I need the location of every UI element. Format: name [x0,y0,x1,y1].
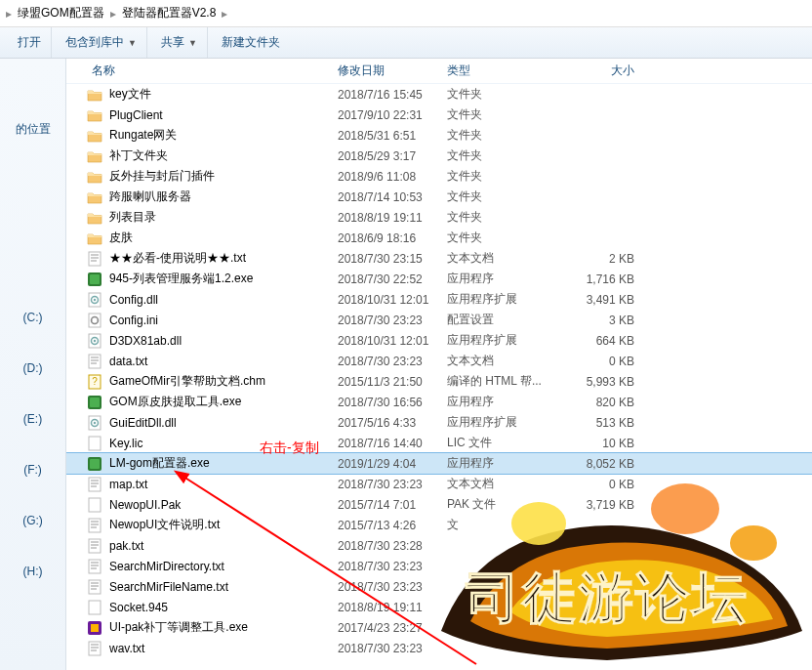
svg-point-24 [94,421,96,423]
file-size: 513 KB [560,416,648,430]
file-date: 2018/7/30 23:15 [338,252,447,266]
file-row[interactable]: LM-gom配置器.exe2019/1/29 4:04应用程序8,052 KB [66,453,812,474]
file-name: Rungate网关 [109,127,338,144]
file-name: key文件 [109,86,338,103]
file-icon [86,354,103,369]
breadcrumb-item[interactable]: 绿盟GOM配置器 [14,5,108,21]
column-name-header[interactable]: 名称 [86,63,338,79]
file-row[interactable]: NewopUI文件说明.txt2015/7/13 4:26文 [66,515,812,535]
file-row[interactable]: GOM原皮肤提取工具.exe2018/7/30 16:56应用程序820 KB [66,392,812,412]
file-row[interactable]: 皮肤2018/6/9 18:16文件夹 [66,228,812,248]
file-name: LM-gom配置器.exe [109,455,338,472]
file-type: LIC 文件 [447,435,560,451]
file-size: 5,993 KB [560,375,648,389]
file-size: 2 KB [560,252,648,266]
chevron-down-icon: ▼ [188,38,197,48]
column-size-header[interactable]: 大小 [560,63,648,79]
file-date: 2018/7/30 23:23 [338,355,447,368]
file-date: 2018/7/16 14:40 [338,437,447,450]
drive-f[interactable]: (F:) [4,459,62,481]
main-area: 的位置 (C:) (D:) (E:) (F:) (G:) (H:) 名称 修改日… [0,59,812,670]
file-size: 10 KB [560,437,648,450]
file-row[interactable]: D3DX81ab.dll2018/10/31 12:01应用程序扩展664 KB [66,330,812,351]
file-row[interactable]: Key.lic2018/7/16 14:40LIC 文件10 KB [66,433,812,453]
file-size: 3,719 KB [560,498,648,512]
file-icon [86,538,103,554]
file-row[interactable]: wav.txt2018/7/30 23:23 [66,638,812,658]
file-size: 664 KB [560,334,648,348]
folder-icon [86,87,103,103]
file-icon [86,600,103,615]
file-size: 0 KB [560,478,648,491]
file-row[interactable]: 跨服喇叭服务器2018/7/14 10:53文件夹 [66,187,812,207]
file-row[interactable]: GuiEditDll.dll2017/5/16 4:33应用程序扩展513 KB [66,412,812,433]
file-row[interactable]: pak.txt2018/7/30 23:28 [66,535,812,556]
file-type: 文件夹 [447,188,560,205]
file-name: SearchMirFileName.txt [109,580,338,594]
file-date: 2015/7/14 7:01 [338,498,447,512]
file-date: 2017/5/16 4:33 [338,416,447,430]
file-size: 8,052 KB [560,457,648,471]
file-date: 2018/7/30 22:52 [338,272,447,286]
file-icon: ? [86,374,103,390]
file-type: 应用程序扩展 [447,332,560,349]
drive-e[interactable]: (E:) [4,408,62,430]
file-row[interactable]: ★★必看-使用说明★★.txt2018/7/30 23:15文本文档2 KB [66,248,812,269]
file-date: 2017/9/10 22:31 [338,108,447,122]
file-row[interactable]: map.txt2018/7/30 23:23文本文档0 KB [66,474,812,494]
svg-rect-14 [89,355,101,368]
column-date-header[interactable]: 修改日期 [338,63,447,79]
share-button[interactable]: 共享 ▼ [151,27,208,58]
file-date: 2018/7/30 23:23 [338,580,447,594]
file-date: 2018/7/14 10:53 [338,190,447,204]
drive-h[interactable]: (H:) [4,561,62,582]
file-name: Socket.945 [109,601,338,614]
svg-point-8 [94,298,96,300]
file-name: 跨服喇叭服务器 [109,188,338,205]
file-icon [86,415,103,431]
file-row[interactable]: SearchMirFileName.txt2018/7/30 23:23 [66,576,812,597]
folder-icon [86,230,103,246]
file-row[interactable]: 补丁文件夹2018/5/29 3:17文件夹 [66,146,812,166]
breadcrumb-item[interactable]: 登陆器配置器V2.8 [118,5,221,21]
chevron-right-icon: ▸ [4,7,14,21]
file-row[interactable]: 945-列表管理服务端1.2.exe2018/7/30 22:52应用程序1,7… [66,269,812,289]
file-size: 3 KB [560,314,648,327]
new-folder-button[interactable]: 新建文件夹 [212,27,290,58]
file-icon [86,456,103,472]
breadcrumb[interactable]: ▸ 绿盟GOM配置器 ▸ 登陆器配置器V2.8 ▸ [0,0,812,27]
file-icon [86,292,103,308]
file-list-panel[interactable]: 名称 修改日期 类型 大小 key文件2018/7/16 15:45文件夹Plu… [66,59,812,670]
file-name: PlugClient [109,108,338,122]
file-type: 文本文档 [447,250,560,267]
file-icon [86,251,103,267]
file-row[interactable]: SearchMirDirectory.txt2018/7/30 23:23 [66,556,812,576]
file-row[interactable]: 列表目录2018/8/19 19:11文件夹 [66,207,812,228]
file-type: 编译的 HTML 帮... [447,373,560,390]
file-row[interactable]: PlugClient2017/9/10 22:31文件夹 [66,105,812,125]
file-name: ★★必看-使用说明★★.txt [109,250,338,267]
svg-rect-5 [90,274,100,284]
file-icon [86,395,103,410]
file-size: 1,716 KB [560,272,648,286]
include-in-library-button[interactable]: 包含到库中 ▼ [56,27,147,58]
column-type-header[interactable]: 类型 [447,63,560,79]
file-row[interactable]: Config.dll2018/10/31 12:01应用程序扩展3,491 KB [66,289,812,310]
file-name: 反外挂与封后门插件 [109,168,338,185]
drive-g[interactable]: (G:) [4,510,62,531]
file-name: NewopUI.Pak [109,498,338,512]
drive-c[interactable]: (C:) [4,307,62,328]
file-row[interactable]: 反外挂与封后门插件2018/9/6 11:08文件夹 [66,166,812,187]
file-row[interactable]: UI-pak补丁等调整工具.exe2017/4/23 23:27应 [66,617,812,638]
file-row[interactable]: NewopUI.Pak2015/7/14 7:01PAK 文件3,719 KB [66,494,812,515]
file-name: GOM原皮肤提取工具.exe [109,394,338,410]
file-size: 0 KB [560,355,648,368]
file-row[interactable]: data.txt2018/7/30 23:23文本文档0 KB [66,351,812,371]
file-row[interactable]: key文件2018/7/16 15:45文件夹 [66,84,812,105]
file-row[interactable]: ?GameOfMir引擎帮助文档.chm2015/11/3 21:50编译的 H… [66,371,812,392]
file-row[interactable]: Socket.9452018/8/19 19:11 [66,597,812,617]
drive-d[interactable]: (D:) [4,357,62,379]
file-row[interactable]: Rungate网关2018/5/31 6:51文件夹 [66,125,812,146]
file-row[interactable]: Config.ini2018/7/30 23:23配置设置3 KB [66,310,812,330]
open-button[interactable]: 打开 [8,27,52,58]
